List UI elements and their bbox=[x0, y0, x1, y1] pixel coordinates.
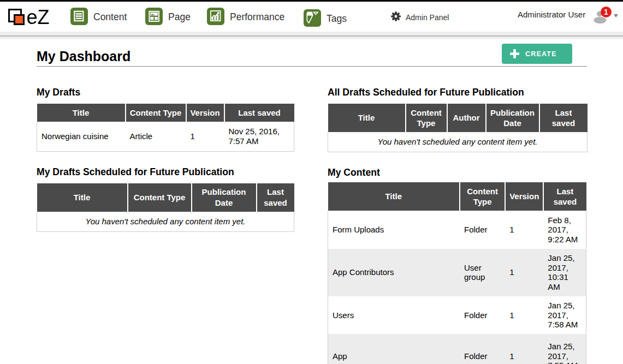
svg-text:eZ: eZ bbox=[27, 6, 50, 28]
